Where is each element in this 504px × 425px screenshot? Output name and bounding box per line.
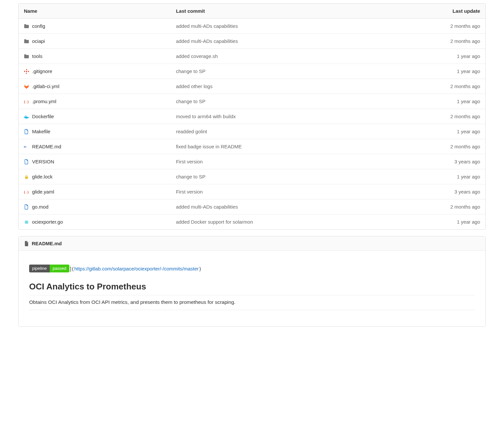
commits-link[interactable]: https://gitlab.com/solarpace/ociexporter…: [74, 266, 199, 271]
file-tree: Name Last commit Last update configadded…: [18, 3, 486, 230]
file-icon: [24, 204, 29, 210]
gitignore-icon: [24, 69, 29, 74]
svg-text:}: }: [27, 190, 29, 194]
file-name: VERSION: [32, 159, 54, 164]
file-row[interactable]: ociexporter.goadded Docker support for s…: [19, 214, 485, 229]
file-icon: [24, 129, 29, 134]
file-name-cell[interactable]: Dockerfile: [24, 114, 176, 119]
folder-icon: [24, 39, 29, 44]
svg-text:M↓: M↓: [24, 145, 27, 148]
file-row[interactable]: .gitlab-ci.ymladded other logs2 months a…: [19, 79, 485, 94]
file-name-cell[interactable]: {··}glide.yaml: [24, 189, 176, 194]
file-row[interactable]: Dockerfilemoved to arm64 with buildx2 mo…: [19, 109, 485, 124]
svg-text:{: {: [24, 100, 25, 103]
file-row[interactable]: go.modadded multi-ADs capabilities2 mont…: [19, 199, 485, 214]
file-row[interactable]: configadded multi-ADs capabilities2 mont…: [19, 19, 485, 34]
pipeline-badge-row: pipeline passed ] ( https://gitlab.com/s…: [29, 265, 475, 272]
lock-icon: [24, 174, 29, 179]
file-name: .promu.yml: [32, 99, 56, 104]
svg-rect-4: [26, 116, 26, 117]
file-commit[interactable]: added multi-ADs capabilities: [176, 204, 374, 210]
file-icon: [24, 159, 29, 164]
file-name: tools: [32, 53, 43, 59]
header-update: Last update: [374, 8, 480, 14]
file-name-cell[interactable]: {··}.promu.yml: [24, 99, 176, 104]
file-update: 1 year ago: [374, 53, 480, 59]
file-commit[interactable]: added multi-ADs capabilities: [176, 23, 374, 29]
file-name-cell[interactable]: M↓README.md: [24, 144, 176, 149]
file-commit[interactable]: added Docker support for solarmon: [176, 219, 374, 225]
file-name-cell[interactable]: go.mod: [24, 204, 176, 210]
file-name: ociexporter.go: [32, 219, 63, 225]
file-update: 1 year ago: [374, 99, 480, 104]
file-update: 2 months ago: [374, 114, 480, 119]
file-update: 1 year ago: [374, 219, 480, 225]
file-row[interactable]: M↓README.mdfixed badge issue in README2 …: [19, 139, 485, 154]
file-name-cell[interactable]: VERSION: [24, 159, 176, 164]
file-row[interactable]: ociapiadded multi-ADs capabilities2 mont…: [19, 34, 485, 49]
file-tree-header: Name Last commit Last update: [19, 4, 485, 19]
file-name: .gitlab-ci.yml: [32, 83, 59, 89]
markdown-icon: M↓: [24, 144, 29, 149]
file-name: .gitignore: [32, 68, 52, 74]
gitlab-icon: [24, 84, 29, 89]
file-commit[interactable]: First version: [176, 159, 374, 164]
file-commit[interactable]: change to SP: [176, 174, 374, 179]
file-name-cell[interactable]: Makefile: [24, 129, 176, 134]
svg-point-12: [26, 222, 26, 222]
file-rows: configadded multi-ADs capabilities2 mont…: [19, 19, 485, 229]
readme-body: pipeline passed ] ( https://gitlab.com/s…: [19, 251, 485, 326]
file-row[interactable]: VERSIONFirst version3 years ago: [19, 154, 485, 169]
file-update: 2 months ago: [374, 144, 480, 149]
file-name: go.mod: [32, 204, 48, 210]
file-name-cell[interactable]: glide.lock: [24, 174, 176, 179]
file-commit[interactable]: change to SP: [176, 68, 374, 74]
readme-heading: OCI Analytics to Prometheus: [29, 282, 475, 295]
file-name-cell[interactable]: ociexporter.go: [24, 219, 176, 225]
go-icon: [24, 219, 29, 225]
pipeline-badge[interactable]: pipeline passed: [29, 265, 69, 272]
header-commit: Last commit: [176, 8, 374, 14]
folder-icon: [24, 54, 29, 59]
file-name-cell[interactable]: .gitignore: [24, 68, 176, 74]
file-name-cell[interactable]: ociapi: [24, 38, 176, 44]
svg-text:}: }: [27, 100, 29, 103]
file-text-icon: [24, 241, 29, 246]
file-row[interactable]: Makefilereadded golint1 year ago: [19, 124, 485, 139]
docker-icon: [24, 114, 29, 119]
file-row[interactable]: .gitignorechange to SP1 year ago: [19, 64, 485, 79]
yaml-icon: {··}: [24, 99, 29, 104]
file-commit[interactable]: readded golint: [176, 129, 374, 134]
badge-paren-left: (: [72, 266, 74, 271]
svg-rect-3: [25, 116, 25, 117]
svg-rect-11: [25, 221, 28, 224]
file-update: 1 year ago: [374, 68, 480, 74]
file-name-cell[interactable]: config: [24, 23, 176, 29]
file-commit[interactable]: First version: [176, 189, 374, 194]
file-update: 2 months ago: [374, 38, 480, 44]
file-row[interactable]: {··}glide.yamlFirst version3 years ago: [19, 184, 485, 199]
file-update: 2 months ago: [374, 204, 480, 210]
file-commit[interactable]: fixed badge issue in README: [176, 144, 374, 149]
file-commit[interactable]: added coverage.sh: [176, 53, 374, 59]
svg-rect-6: [26, 115, 26, 116]
file-commit[interactable]: added multi-ADs capabilities: [176, 38, 374, 44]
header-name: Name: [24, 8, 176, 14]
file-update: 1 year ago: [374, 129, 480, 134]
readme-filename: README.md: [32, 241, 62, 246]
file-row[interactable]: {··}.promu.ymlchange to SP1 year ago: [19, 94, 485, 109]
file-row[interactable]: glide.lockchange to SP1 year ago: [19, 169, 485, 184]
file-commit[interactable]: moved to arm64 with buildx: [176, 114, 374, 119]
file-name-cell[interactable]: tools: [24, 53, 176, 59]
file-commit[interactable]: change to SP: [176, 99, 374, 104]
badge-paren-right: ): [199, 266, 201, 271]
svg-rect-5: [27, 116, 27, 117]
file-name-cell[interactable]: .gitlab-ci.yml: [24, 83, 176, 89]
file-name: config: [32, 23, 45, 29]
readme-header: README.md: [19, 236, 485, 251]
file-update: 3 years ago: [374, 189, 480, 194]
file-commit[interactable]: added other logs: [176, 83, 374, 89]
file-row[interactable]: toolsadded coverage.sh1 year ago: [19, 49, 485, 64]
file-name: glide.lock: [32, 174, 53, 179]
file-update: 3 years ago: [374, 159, 480, 164]
